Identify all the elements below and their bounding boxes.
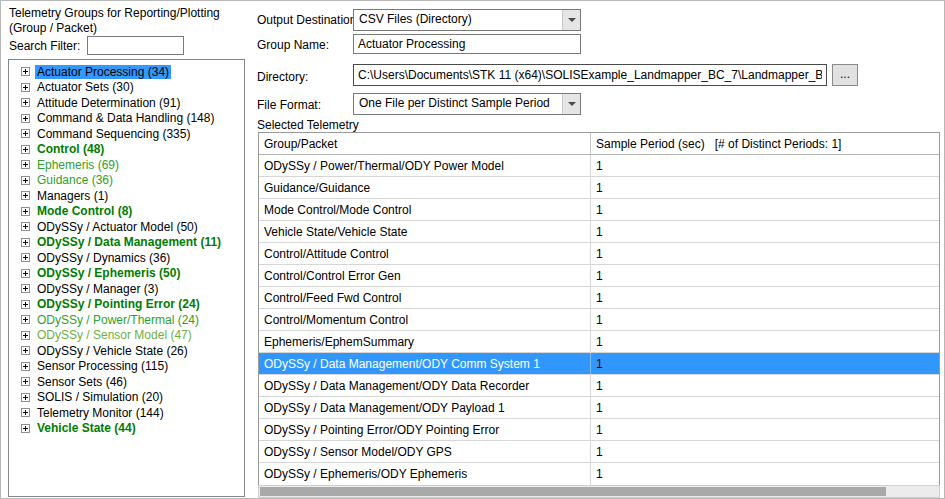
table-row-7[interactable]: Control/Momentum Control 1 — [259, 309, 939, 331]
expand-plus-icon[interactable] — [21, 98, 30, 107]
tree-item-13[interactable]: ODySSy / Ephemeris (50) — [9, 266, 244, 282]
expand-plus-icon[interactable] — [21, 253, 30, 262]
sample-period-cell[interactable]: 1 — [591, 221, 939, 242]
expand-plus-icon[interactable] — [21, 114, 30, 123]
group-packet-cell[interactable]: ODySSy / Pointing Error/ODY Pointing Err… — [259, 419, 591, 440]
group-packet-cell[interactable]: ODySSy / Power/Thermal/ODY Power Model — [259, 155, 591, 176]
table-row-1[interactable]: Guidance/Guidance 1 — [259, 177, 939, 199]
tree-item-20[interactable]: Sensor Sets (46) — [9, 374, 244, 390]
telemetry-group-tree[interactable]: Actuator Processing (34) Actuator Sets (… — [8, 59, 245, 497]
tree-item-8[interactable]: Managers (1) — [9, 188, 244, 204]
group-packet-cell[interactable]: Control/Momentum Control — [259, 309, 591, 330]
sample-period-cell[interactable]: 1 — [591, 353, 939, 374]
table-row-8[interactable]: Ephemeris/EphemSummary 1 — [259, 331, 939, 353]
tree-item-14[interactable]: ODySSy / Manager (3) — [9, 281, 244, 297]
expand-plus-icon[interactable] — [21, 346, 30, 355]
expand-plus-icon[interactable] — [21, 160, 30, 169]
horizontal-scrollbar[interactable] — [258, 485, 940, 498]
expand-plus-icon[interactable] — [21, 191, 30, 200]
sample-period-cell[interactable]: 1 — [591, 441, 939, 462]
group-packet-cell[interactable]: Control/Feed Fwd Control — [259, 287, 591, 308]
table-row-14[interactable]: ODySSy / Ephemeris/ODY Ephemeris 1 — [259, 463, 939, 485]
chevron-down-icon[interactable] — [562, 10, 580, 30]
tree-item-17[interactable]: ODySSy / Sensor Model (47) — [9, 328, 244, 344]
table-row-11[interactable]: ODySSy / Data Management/ODY Payload 1 1 — [259, 397, 939, 419]
group-packet-cell[interactable]: Control/Control Error Gen — [259, 265, 591, 286]
table-row-9[interactable]: ODySSy / Data Management/ODY Comm System… — [259, 353, 939, 375]
expand-plus-icon[interactable] — [21, 176, 30, 185]
sample-period-cell[interactable]: 1 — [591, 287, 939, 308]
expand-plus-icon[interactable] — [21, 377, 30, 386]
file-format-select[interactable]: One File per Distinct Sample Period — [353, 93, 581, 115]
sample-period-cell[interactable]: 1 — [591, 265, 939, 286]
tree-item-7[interactable]: Guidance (36) — [9, 173, 244, 189]
search-filter-input[interactable] — [87, 36, 184, 55]
tree-item-19[interactable]: Sensor Processing (115) — [9, 359, 244, 375]
table-row-12[interactable]: ODySSy / Pointing Error/ODY Pointing Err… — [259, 419, 939, 441]
expand-plus-icon[interactable] — [21, 424, 30, 433]
table-row-13[interactable]: ODySSy / Sensor Model/ODY GPS 1 — [259, 441, 939, 463]
group-packet-cell[interactable]: ODySSy / Data Management/ODY Comm System… — [259, 353, 591, 374]
table-row-0[interactable]: ODySSy / Power/Thermal/ODY Power Model 1 — [259, 155, 939, 177]
sample-period-cell[interactable]: 1 — [591, 375, 939, 396]
group-name-input[interactable] — [353, 34, 581, 54]
tree-item-5[interactable]: Control (48) — [9, 142, 244, 158]
group-packet-cell[interactable]: Vehicle State/Vehicle State — [259, 221, 591, 242]
expand-plus-icon[interactable] — [21, 67, 30, 76]
tree-item-9[interactable]: Mode Control (8) — [9, 204, 244, 220]
tree-item-1[interactable]: Actuator Sets (30) — [9, 80, 244, 96]
sample-period-cell[interactable]: 1 — [591, 243, 939, 264]
sample-period-cell[interactable]: 1 — [591, 419, 939, 440]
expand-plus-icon[interactable] — [21, 362, 30, 371]
expand-plus-icon[interactable] — [21, 238, 30, 247]
scrollbar-thumb[interactable] — [260, 487, 886, 496]
table-row-4[interactable]: Control/Attitude Control 1 — [259, 243, 939, 265]
tree-item-10[interactable]: ODySSy / Actuator Model (50) — [9, 219, 244, 235]
tree-item-12[interactable]: ODySSy / Dynamics (36) — [9, 250, 244, 266]
expand-plus-icon[interactable] — [21, 393, 30, 402]
group-packet-cell[interactable]: Mode Control/Mode Control — [259, 199, 591, 220]
expand-plus-icon[interactable] — [21, 145, 30, 154]
tree-item-16[interactable]: ODySSy / Power/Thermal (24) — [9, 312, 244, 328]
expand-plus-icon[interactable] — [21, 129, 30, 138]
sample-period-cell[interactable]: 1 — [591, 463, 939, 485]
tree-item-11[interactable]: ODySSy / Data Management (11) — [9, 235, 244, 251]
expand-plus-icon[interactable] — [21, 83, 30, 92]
group-packet-cell[interactable]: Guidance/Guidance — [259, 177, 591, 198]
tree-item-18[interactable]: ODySSy / Vehicle State (26) — [9, 343, 244, 359]
tree-item-6[interactable]: Ephemeris (69) — [9, 157, 244, 173]
sample-period-cell[interactable]: 1 — [591, 199, 939, 220]
expand-plus-icon[interactable] — [21, 222, 30, 231]
sample-period-cell[interactable]: 1 — [591, 155, 939, 176]
group-packet-cell[interactable]: ODySSy / Sensor Model/ODY GPS — [259, 441, 591, 462]
browse-button[interactable]: ... — [832, 64, 858, 86]
tree-item-22[interactable]: Telemetry Monitor (144) — [9, 405, 244, 421]
tree-item-23[interactable]: Vehicle State (44) — [9, 421, 244, 437]
sample-period-cell[interactable]: 1 — [591, 177, 939, 198]
chevron-down-icon[interactable] — [562, 94, 580, 114]
group-packet-column-header[interactable]: Group/Packet — [259, 133, 591, 154]
output-destination-select[interactable]: CSV Files (Directory) — [353, 9, 581, 31]
table-row-2[interactable]: Mode Control/Mode Control 1 — [259, 199, 939, 221]
table-row-6[interactable]: Control/Feed Fwd Control 1 — [259, 287, 939, 309]
sample-period-cell[interactable]: 1 — [591, 397, 939, 418]
expand-plus-icon[interactable] — [21, 207, 30, 216]
expand-plus-icon[interactable] — [21, 408, 30, 417]
sample-period-cell[interactable]: 1 — [591, 331, 939, 352]
tree-item-3[interactable]: Command & Data Handling (148) — [9, 111, 244, 127]
sample-period-column-header[interactable]: Sample Period (sec) [# of Distinct Perio… — [591, 133, 939, 154]
directory-input[interactable] — [353, 64, 827, 86]
expand-plus-icon[interactable] — [21, 284, 30, 293]
group-packet-cell[interactable]: ODySSy / Ephemeris/ODY Ephemeris — [259, 463, 591, 485]
group-packet-cell[interactable]: Ephemeris/EphemSummary — [259, 331, 591, 352]
tree-item-2[interactable]: Attitude Determination (91) — [9, 95, 244, 111]
tree-item-21[interactable]: SOLIS / Simulation (20) — [9, 390, 244, 406]
table-row-10[interactable]: ODySSy / Data Management/ODY Data Record… — [259, 375, 939, 397]
expand-plus-icon[interactable] — [21, 269, 30, 278]
sample-period-cell[interactable]: 1 — [591, 309, 939, 330]
tree-item-0[interactable]: Actuator Processing (34) — [9, 64, 244, 80]
group-packet-cell[interactable]: ODySSy / Data Management/ODY Payload 1 — [259, 397, 591, 418]
expand-plus-icon[interactable] — [21, 300, 30, 309]
group-packet-cell[interactable]: Control/Attitude Control — [259, 243, 591, 264]
table-row-3[interactable]: Vehicle State/Vehicle State 1 — [259, 221, 939, 243]
